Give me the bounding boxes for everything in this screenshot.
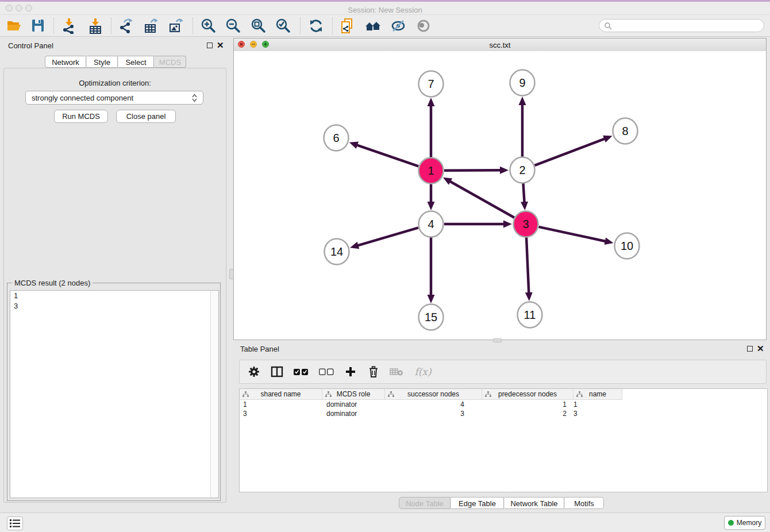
import-table-icon[interactable] <box>87 17 104 34</box>
save-session-icon[interactable] <box>29 17 47 34</box>
graph-edge[interactable] <box>444 170 501 171</box>
main-toolbar <box>0 15 770 37</box>
open-file-icon[interactable] <box>5 17 22 34</box>
clone-network-icon[interactable] <box>339 17 356 34</box>
node-label: 14 <box>330 245 343 258</box>
delete-table-icon <box>389 364 404 379</box>
edge-arrowhead <box>349 142 359 149</box>
node-label: 3 <box>522 218 529 230</box>
graph-node-14[interactable]: 14 <box>325 239 349 265</box>
edge-arrowhead <box>605 237 614 245</box>
horizontal-splitter-handle[interactable] <box>493 338 502 342</box>
graph-node-9[interactable]: 9 <box>510 70 535 96</box>
tab-edge-table[interactable]: Edge Table <box>451 497 504 509</box>
graph-node-10[interactable]: 10 <box>615 233 640 259</box>
column-header-label: predecessor nodes <box>498 390 557 398</box>
column-header-MCDS-role[interactable]: MCDS role <box>322 389 385 400</box>
toolbar-separator <box>300 18 301 34</box>
graph-node-7[interactable]: 7 <box>419 71 444 97</box>
edge-arrowhead <box>428 202 435 210</box>
graph-edge[interactable] <box>538 227 606 241</box>
refresh-icon[interactable] <box>307 17 325 34</box>
control-panel-float-button[interactable] <box>207 43 213 48</box>
graph-node-1[interactable]: 1 <box>419 158 444 184</box>
graph-edge[interactable] <box>357 228 418 245</box>
select-all-icon[interactable] <box>292 364 310 379</box>
delete-icon[interactable] <box>366 364 381 379</box>
import-network-icon[interactable] <box>60 17 78 34</box>
tab-network[interactable]: Network <box>45 56 86 68</box>
memory-status-icon <box>728 520 734 526</box>
deselect-all-icon[interactable] <box>318 364 335 379</box>
tab-select[interactable]: Select <box>118 56 154 68</box>
mcds-result-item: 3 <box>10 301 218 311</box>
table-panel-title: Table Panel <box>240 345 279 353</box>
criterion-select[interactable]: strongly connected component <box>25 91 203 105</box>
home-icon[interactable] <box>364 17 382 34</box>
table-row[interactable]: 1dominator411 <box>240 400 767 409</box>
column-header-name[interactable]: name <box>573 389 622 400</box>
tab-style[interactable]: Style <box>87 56 118 68</box>
table-panel-close-icon[interactable]: ✕ <box>757 345 764 352</box>
graph-node-4[interactable]: 4 <box>419 211 444 237</box>
table-body: 1dominator4113dominator323 <box>240 400 767 418</box>
column-header-predecessor-nodes[interactable]: predecessor nodes <box>482 389 573 400</box>
task-history-button[interactable] <box>7 516 23 530</box>
hide-panels-icon[interactable] <box>390 17 407 34</box>
edge-arrowhead <box>428 295 435 303</box>
table-cell: 1 <box>480 400 571 409</box>
node-label: 15 <box>425 311 437 323</box>
table-row[interactable]: 3dominator323 <box>240 409 767 418</box>
graph-edge[interactable] <box>535 138 606 165</box>
graph-node-8[interactable]: 8 <box>613 118 638 144</box>
mcds-result-list[interactable]: 1 3 <box>10 290 219 498</box>
export-image-icon[interactable] <box>167 17 184 34</box>
tab-mcds[interactable]: MCDS <box>155 56 186 68</box>
column-header-shared-name[interactable]: shared name <box>240 389 322 400</box>
column-header-successor-nodes[interactable]: successor nodes <box>385 389 482 400</box>
column-header-label: shared name <box>260 390 301 398</box>
close-panel-button[interactable]: Close panel <box>116 110 176 123</box>
graph-node-11[interactable]: 11 <box>518 302 542 328</box>
zoom-out-icon[interactable] <box>225 17 242 34</box>
table-panel-float-button[interactable] <box>747 346 753 352</box>
network-canvas[interactable]: 7968124314101511 <box>234 51 766 340</box>
status-bar: Memory <box>0 512 770 532</box>
titlebar: Session: New Session <box>0 2 770 15</box>
table-cell: 3 <box>240 409 322 418</box>
export-table-icon[interactable] <box>143 17 160 34</box>
export-network-icon[interactable] <box>118 17 135 34</box>
tab-motifs[interactable]: Motifs <box>565 497 604 509</box>
toolbar-separator <box>332 18 333 34</box>
memory-button[interactable]: Memory <box>724 516 765 530</box>
search-input[interactable] <box>612 21 759 30</box>
run-mcds-button[interactable]: Run MCDS <box>54 110 108 123</box>
toolbar-separator <box>111 18 111 34</box>
network-graph[interactable]: 7968124314101511 <box>234 51 766 340</box>
zoom-in-icon[interactable] <box>200 17 217 34</box>
zoom-selected-icon[interactable] <box>275 17 292 34</box>
graph-edge[interactable] <box>449 181 514 218</box>
add-column-icon[interactable] <box>343 364 358 379</box>
gear-icon[interactable] <box>247 364 261 379</box>
graph-node-6[interactable]: 6 <box>324 125 349 151</box>
network-window-titlebar[interactable]: scc.txt <box>234 38 766 52</box>
column-header-label: name <box>589 390 606 398</box>
eye-icon[interactable] <box>415 17 432 34</box>
tab-node-table[interactable]: Node Table <box>399 497 451 509</box>
graph-edge[interactable] <box>523 183 524 203</box>
table-cell: dominator <box>322 400 384 409</box>
control-panel-close-icon[interactable]: ✕ <box>217 42 224 49</box>
node-table[interactable]: shared nameMCDS rolesuccessor nodesprede… <box>239 388 768 492</box>
graph-node-2[interactable]: 2 <box>510 157 535 183</box>
zoom-fit-icon[interactable] <box>250 17 267 34</box>
graph-node-15[interactable]: 15 <box>419 304 444 330</box>
graph-edge[interactable] <box>526 237 529 294</box>
split-pane-icon[interactable] <box>270 364 284 379</box>
result-scrollbar[interactable] <box>210 291 218 498</box>
table-cell: 1 <box>240 400 322 409</box>
tab-network-table[interactable]: Network Table <box>505 497 564 509</box>
graph-edge[interactable] <box>356 145 418 166</box>
graph-node-3[interactable]: 3 <box>514 211 538 237</box>
search-field-container <box>599 19 764 32</box>
